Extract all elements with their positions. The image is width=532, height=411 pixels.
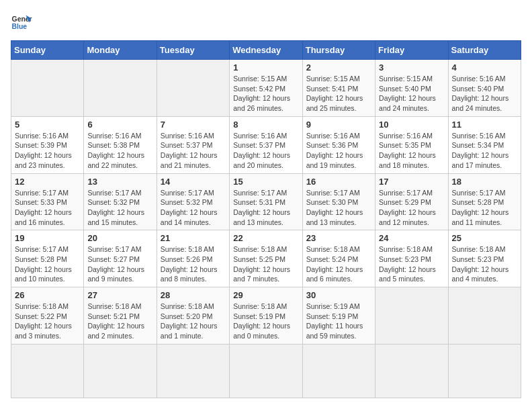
calendar-cell: 20Sunrise: 5:17 AMSunset: 5:27 PMDayligh… [84, 230, 157, 287]
day-info: Sunrise: 5:16 AMSunset: 5:35 PMDaylight:… [379, 131, 444, 171]
day-number: 19 [15, 233, 80, 243]
calendar-cell: 19Sunrise: 5:17 AMSunset: 5:28 PMDayligh… [11, 230, 84, 287]
calendar-cell [230, 344, 302, 398]
calendar-cell: 5Sunrise: 5:16 AMSunset: 5:39 PMDaylight… [11, 116, 84, 173]
calendar-cell: 7Sunrise: 5:16 AMSunset: 5:37 PMDaylight… [157, 116, 229, 173]
day-info: Sunrise: 5:18 AMSunset: 5:24 PMDaylight:… [306, 244, 371, 284]
calendar-row: 1Sunrise: 5:15 AMSunset: 5:42 PMDaylight… [11, 60, 521, 117]
day-info: Sunrise: 5:19 AMSunset: 5:19 PMDaylight:… [306, 302, 371, 341]
calendar-cell: 18Sunrise: 5:17 AMSunset: 5:28 PMDayligh… [448, 173, 521, 230]
day-number: 28 [161, 290, 226, 300]
calendar-cell [157, 60, 229, 117]
day-number: 2 [306, 62, 371, 73]
day-number: 5 [15, 120, 80, 130]
day-info: Sunrise: 5:18 AMSunset: 5:23 PMDaylight:… [452, 244, 517, 284]
day-number: 30 [306, 290, 371, 300]
calendar-cell: 4Sunrise: 5:16 AMSunset: 5:40 PMDaylight… [448, 60, 521, 117]
day-number: 1 [233, 62, 298, 73]
day-number: 4 [452, 62, 517, 73]
calendar-cell: 14Sunrise: 5:17 AMSunset: 5:32 PMDayligh… [157, 173, 229, 230]
day-number: 13 [87, 177, 152, 187]
calendar-cell: 15Sunrise: 5:17 AMSunset: 5:31 PMDayligh… [230, 173, 302, 230]
day-info: Sunrise: 5:18 AMSunset: 5:26 PMDaylight:… [161, 244, 226, 284]
weekday-wednesday: Wednesday [230, 41, 302, 60]
calendar-row: 19Sunrise: 5:17 AMSunset: 5:28 PMDayligh… [11, 230, 521, 287]
calendar-cell: 13Sunrise: 5:17 AMSunset: 5:32 PMDayligh… [84, 173, 157, 230]
calendar-cell: 25Sunrise: 5:18 AMSunset: 5:23 PMDayligh… [448, 230, 521, 287]
calendar-cell: 8Sunrise: 5:16 AMSunset: 5:37 PMDaylight… [230, 116, 302, 173]
calendar-cell [375, 287, 448, 345]
calendar-cell: 24Sunrise: 5:18 AMSunset: 5:23 PMDayligh… [375, 230, 448, 287]
day-number: 3 [379, 62, 444, 73]
day-number: 25 [452, 233, 517, 243]
day-number: 26 [15, 290, 80, 300]
calendar-cell [302, 344, 375, 398]
calendar-cell: 28Sunrise: 5:18 AMSunset: 5:20 PMDayligh… [157, 287, 229, 345]
day-info: Sunrise: 5:15 AMSunset: 5:42 PMDaylight:… [233, 74, 298, 113]
weekday-sunday: Sunday [11, 41, 84, 60]
calendar-cell: 22Sunrise: 5:18 AMSunset: 5:25 PMDayligh… [230, 230, 302, 287]
svg-text:Blue: Blue [12, 23, 28, 30]
calendar-cell: 23Sunrise: 5:18 AMSunset: 5:24 PMDayligh… [302, 230, 375, 287]
day-info: Sunrise: 5:18 AMSunset: 5:20 PMDaylight:… [161, 302, 226, 341]
calendar-cell: 9Sunrise: 5:16 AMSunset: 5:36 PMDaylight… [302, 116, 375, 173]
calendar-cell: 21Sunrise: 5:18 AMSunset: 5:26 PMDayligh… [157, 230, 229, 287]
day-info: Sunrise: 5:18 AMSunset: 5:19 PMDaylight:… [233, 302, 298, 341]
weekday-header-row: SundayMondayTuesdayWednesdayThursdayFrid… [11, 41, 521, 60]
day-info: Sunrise: 5:17 AMSunset: 5:30 PMDaylight:… [306, 188, 371, 228]
calendar-row: 26Sunrise: 5:18 AMSunset: 5:22 PMDayligh… [11, 287, 521, 345]
calendar-cell: 30Sunrise: 5:19 AMSunset: 5:19 PMDayligh… [302, 287, 375, 345]
calendar-cell: 1Sunrise: 5:15 AMSunset: 5:42 PMDaylight… [230, 60, 302, 117]
day-number: 21 [161, 233, 226, 243]
calendar-body: 1Sunrise: 5:15 AMSunset: 5:42 PMDaylight… [11, 60, 521, 398]
day-info: Sunrise: 5:16 AMSunset: 5:38 PMDaylight:… [87, 131, 152, 171]
day-number: 16 [306, 177, 371, 187]
weekday-thursday: Thursday [302, 41, 375, 60]
day-info: Sunrise: 5:17 AMSunset: 5:28 PMDaylight:… [452, 188, 517, 228]
day-number: 11 [452, 120, 517, 130]
calendar-cell: 26Sunrise: 5:18 AMSunset: 5:22 PMDayligh… [11, 287, 84, 345]
calendar-table: SundayMondayTuesdayWednesdayThursdayFrid… [11, 40, 521, 398]
day-number: 7 [161, 120, 226, 130]
calendar-cell: 3Sunrise: 5:15 AMSunset: 5:40 PMDaylight… [375, 60, 448, 117]
day-number: 18 [452, 177, 517, 187]
logo: General Blue [11, 11, 32, 32]
day-number: 27 [87, 290, 152, 300]
calendar-cell [84, 344, 157, 398]
day-info: Sunrise: 5:18 AMSunset: 5:25 PMDaylight:… [233, 244, 298, 284]
day-number: 24 [379, 233, 444, 243]
day-number: 15 [233, 177, 298, 187]
logo-icon: General Blue [11, 11, 32, 32]
day-info: Sunrise: 5:16 AMSunset: 5:40 PMDaylight:… [452, 74, 517, 113]
calendar-row: 12Sunrise: 5:17 AMSunset: 5:33 PMDayligh… [11, 173, 521, 230]
day-info: Sunrise: 5:18 AMSunset: 5:23 PMDaylight:… [379, 244, 444, 284]
day-info: Sunrise: 5:17 AMSunset: 5:32 PMDaylight:… [87, 188, 152, 228]
calendar-cell: 12Sunrise: 5:17 AMSunset: 5:33 PMDayligh… [11, 173, 84, 230]
weekday-saturday: Saturday [448, 41, 521, 60]
calendar-cell [448, 287, 521, 345]
day-number: 10 [379, 120, 444, 130]
calendar-cell: 29Sunrise: 5:18 AMSunset: 5:19 PMDayligh… [230, 287, 302, 345]
calendar-cell [84, 60, 157, 117]
day-number: 20 [87, 233, 152, 243]
day-number: 23 [306, 233, 371, 243]
day-number: 6 [87, 120, 152, 130]
day-info: Sunrise: 5:16 AMSunset: 5:37 PMDaylight:… [161, 131, 226, 171]
day-info: Sunrise: 5:18 AMSunset: 5:21 PMDaylight:… [87, 302, 152, 341]
day-number: 22 [233, 233, 298, 243]
calendar-cell [11, 60, 84, 117]
day-info: Sunrise: 5:17 AMSunset: 5:28 PMDaylight:… [15, 244, 80, 284]
weekday-monday: Monday [84, 41, 157, 60]
day-number: 8 [233, 120, 298, 130]
day-info: Sunrise: 5:15 AMSunset: 5:40 PMDaylight:… [379, 74, 444, 113]
calendar-cell: 6Sunrise: 5:16 AMSunset: 5:38 PMDaylight… [84, 116, 157, 173]
day-number: 9 [306, 120, 371, 130]
calendar-row [11, 344, 521, 398]
day-info: Sunrise: 5:17 AMSunset: 5:29 PMDaylight:… [379, 188, 444, 228]
calendar-cell [448, 344, 521, 398]
day-info: Sunrise: 5:17 AMSunset: 5:31 PMDaylight:… [233, 188, 298, 228]
day-info: Sunrise: 5:15 AMSunset: 5:41 PMDaylight:… [306, 74, 371, 113]
calendar-cell: 27Sunrise: 5:18 AMSunset: 5:21 PMDayligh… [84, 287, 157, 345]
day-info: Sunrise: 5:18 AMSunset: 5:22 PMDaylight:… [15, 302, 80, 341]
calendar-cell [11, 344, 84, 398]
